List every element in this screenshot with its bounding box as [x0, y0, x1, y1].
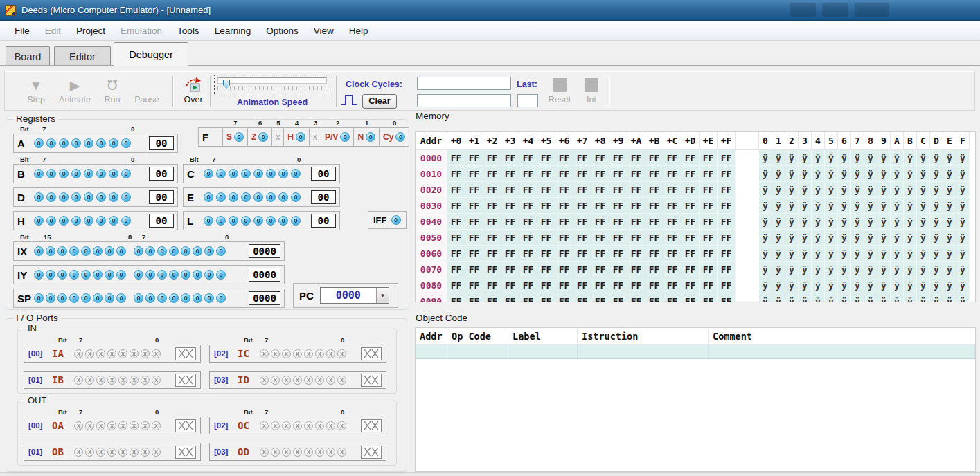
- memory-hex-cell[interactable]: FF: [465, 293, 483, 302]
- memory-hex-cell[interactable]: FF: [483, 182, 501, 198]
- memory-hex-cell[interactable]: FF: [645, 182, 663, 198]
- memory-hex-cell[interactable]: FF: [573, 166, 591, 182]
- animation-speed-slider[interactable]: [214, 75, 330, 95]
- memory-hex-cell[interactable]: FF: [663, 182, 681, 198]
- bit-led[interactable]: x: [282, 349, 291, 358]
- bit-led[interactable]: x: [260, 349, 269, 358]
- memory-hex-cell[interactable]: FF: [465, 277, 483, 293]
- bit-led[interactable]: x: [85, 376, 94, 385]
- memory-hex-cell[interactable]: FF: [663, 230, 681, 246]
- memory-hex-cell[interactable]: FF: [718, 262, 736, 277]
- memory-hex-cell[interactable]: FF: [627, 246, 645, 262]
- bit-led[interactable]: x: [282, 376, 291, 385]
- bit-led[interactable]: x: [304, 349, 313, 358]
- bit-led[interactable]: x: [260, 376, 269, 385]
- tab-editor[interactable]: Editor: [54, 46, 111, 66]
- pc-combobox[interactable]: 0000 ▼: [320, 287, 389, 304]
- memory-hex-cell[interactable]: FF: [555, 198, 573, 214]
- memory-hex-cell[interactable]: FF: [700, 166, 718, 182]
- memory-hex-cell[interactable]: FF: [627, 230, 645, 246]
- memory-hex-cell[interactable]: FF: [465, 166, 483, 182]
- memory-hex-cell[interactable]: FF: [645, 262, 663, 277]
- memory-hex-cell[interactable]: FF: [645, 214, 663, 230]
- memory-hex-cell[interactable]: FF: [483, 293, 501, 302]
- memory-hex-cell[interactable]: FF: [537, 262, 555, 277]
- memory-hex-cell[interactable]: FF: [573, 277, 591, 293]
- memory-hex-cell[interactable]: FF: [447, 230, 465, 246]
- memory-hex-cell[interactable]: FF: [519, 182, 537, 198]
- bit-led[interactable]: x: [152, 349, 161, 358]
- memory-hex-cell[interactable]: FF: [627, 262, 645, 277]
- memory-hex-cell[interactable]: FF: [681, 150, 700, 166]
- memory-hex-cell[interactable]: FF: [645, 293, 663, 302]
- bit-led[interactable]: x: [118, 349, 127, 358]
- memory-hex-cell[interactable]: FF: [663, 214, 681, 230]
- memory-hex-cell[interactable]: FF: [537, 230, 555, 246]
- memory-hex-cell[interactable]: FF: [537, 246, 555, 262]
- pause-button[interactable]: Pause: [130, 76, 164, 104]
- memory-hex-cell[interactable]: FF: [483, 198, 501, 214]
- memory-hex-cell[interactable]: FF: [573, 150, 591, 166]
- memory-hex-cell[interactable]: FF: [519, 246, 537, 262]
- memory-hex-cell[interactable]: FF: [519, 277, 537, 293]
- register-value[interactable]: 00: [149, 136, 174, 150]
- register-value[interactable]: 00: [311, 190, 336, 204]
- memory-hex-cell[interactable]: FF: [627, 166, 645, 182]
- memory-hex-cell[interactable]: FF: [645, 150, 663, 166]
- memory-hex-cell[interactable]: FF: [681, 166, 700, 182]
- memory-hex-cell[interactable]: FF: [465, 262, 483, 277]
- memory-hex-cell[interactable]: FF: [718, 182, 736, 198]
- memory-hex-cell[interactable]: FF: [483, 246, 501, 262]
- menu-item-view[interactable]: View: [306, 26, 341, 36]
- memory-hex-cell[interactable]: FF: [573, 246, 591, 262]
- memory-hex-cell[interactable]: FF: [627, 293, 645, 302]
- memory-hex-cell[interactable]: FF: [447, 277, 465, 293]
- memory-hex-cell[interactable]: FF: [681, 293, 700, 302]
- memory-hex-cell[interactable]: FF: [681, 182, 700, 198]
- memory-hex-cell[interactable]: FF: [609, 262, 627, 277]
- memory-hex-cell[interactable]: FF: [555, 214, 573, 230]
- tab-debugger[interactable]: Debugger: [114, 42, 188, 66]
- bit-led[interactable]: x: [315, 376, 324, 385]
- memory-hex-cell[interactable]: FF: [591, 246, 609, 262]
- memory-hex-cell[interactable]: FF: [663, 277, 681, 293]
- memory-hex-cell[interactable]: FF: [609, 150, 627, 166]
- animate-button[interactable]: ▶ Animate: [55, 76, 95, 104]
- memory-hex-cell[interactable]: FF: [718, 246, 736, 262]
- memory-hex-cell[interactable]: FF: [591, 262, 609, 277]
- memory-hex-cell[interactable]: FF: [591, 198, 609, 214]
- cycles-field-2[interactable]: [417, 94, 511, 107]
- bit-led[interactable]: x: [337, 376, 346, 385]
- memory-hex-cell[interactable]: FF: [681, 198, 700, 214]
- memory-hex-cell[interactable]: FF: [519, 166, 537, 182]
- memory-hex-cell[interactable]: FF: [537, 198, 555, 214]
- bit-led[interactable]: x: [326, 376, 335, 385]
- memory-hex-cell[interactable]: FF: [501, 150, 519, 166]
- tab-board[interactable]: Board: [6, 46, 50, 66]
- port-in-03[interactable]: [03]IDxxxxxxxx: [209, 371, 386, 389]
- memory-hex-cell[interactable]: FF: [681, 246, 700, 262]
- memory-hex-cell[interactable]: FF: [555, 277, 573, 293]
- memory-hex-cell[interactable]: FF: [681, 230, 700, 246]
- bit-led[interactable]: x: [152, 376, 161, 385]
- bit-led[interactable]: x: [304, 376, 313, 385]
- memory-hex-cell[interactable]: FF: [501, 277, 519, 293]
- bit-led[interactable]: x: [118, 376, 127, 385]
- memory-hex-cell[interactable]: FF: [700, 214, 718, 230]
- memory-hex-cell[interactable]: FF: [681, 214, 700, 230]
- port-in-02[interactable]: [02]ICxxxxxxxx: [209, 345, 386, 363]
- memory-hex-cell[interactable]: FF: [465, 150, 483, 166]
- memory-hex-cell[interactable]: FF: [447, 214, 465, 230]
- step-button[interactable]: ▼ Step: [20, 76, 52, 104]
- memory-hex-cell[interactable]: FF: [465, 246, 483, 262]
- memory-hex-cell[interactable]: FF: [519, 214, 537, 230]
- object-code-row[interactable]: [416, 345, 975, 359]
- bit-led[interactable]: x: [293, 349, 302, 358]
- memory-hex-cell[interactable]: FF: [447, 150, 465, 166]
- memory-hex-cell[interactable]: FF: [718, 214, 736, 230]
- memory-hex-cell[interactable]: FF: [501, 246, 519, 262]
- register-value[interactable]: 0000: [249, 268, 280, 282]
- memory-hex-cell[interactable]: FF: [718, 277, 736, 293]
- memory-hex-cell[interactable]: FF: [609, 182, 627, 198]
- memory-hex-cell[interactable]: FF: [663, 150, 681, 166]
